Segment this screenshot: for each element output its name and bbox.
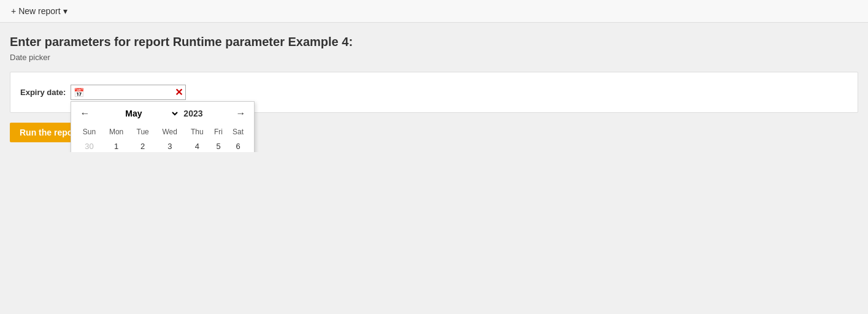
calendar-day[interactable]: 2 bbox=[131, 139, 155, 152]
form-card: Expiry date: 📅 ✕ ← JanuaryFebruaryMarchA… bbox=[10, 72, 858, 113]
new-report-label: New report bbox=[18, 6, 60, 16]
calendar-day[interactable]: 3 bbox=[155, 139, 185, 152]
date-input[interactable] bbox=[86, 88, 172, 97]
calendar-icon[interactable]: 📅 bbox=[74, 88, 84, 98]
section-label: Date picker bbox=[10, 53, 858, 62]
next-month-button[interactable]: → bbox=[232, 107, 249, 120]
calendar-day[interactable]: 1 bbox=[102, 139, 131, 152]
plus-icon: + bbox=[11, 6, 16, 16]
top-bar: + New report ▾ bbox=[0, 0, 868, 23]
clear-icon[interactable]: ✕ bbox=[175, 86, 183, 98]
date-input-container[interactable]: 📅 ✕ bbox=[71, 85, 186, 100]
calendar-weekdays: SunMonTueWedThuFriSat bbox=[76, 125, 249, 139]
calendar-week-row: 30123456 bbox=[76, 139, 249, 152]
calendar-header: ← JanuaryFebruaryMarchAprilMayJuneJulyAu… bbox=[76, 107, 249, 120]
calendar-body: 3012345678910111213141516171819202122232… bbox=[76, 139, 249, 152]
calendar-grid: SunMonTueWedThuFriSat 301234567891011121… bbox=[76, 125, 249, 152]
date-picker-wrapper: 📅 ✕ ← JanuaryFebruaryMarchAprilMayJuneJu… bbox=[71, 85, 186, 100]
calendar-day[interactable]: 4 bbox=[185, 139, 210, 152]
expiry-row: Expiry date: 📅 ✕ ← JanuaryFebruaryMarchA… bbox=[20, 85, 848, 100]
calendar-day[interactable]: 6 bbox=[227, 139, 249, 152]
month-select[interactable]: JanuaryFebruaryMarchAprilMayJuneJulyAugu… bbox=[123, 108, 180, 119]
dropdown-icon: ▾ bbox=[63, 6, 67, 16]
main-content: Enter parameters for report Runtime para… bbox=[0, 23, 868, 152]
expiry-label: Expiry date: bbox=[20, 88, 66, 97]
calendar-day[interactable]: 5 bbox=[210, 139, 228, 152]
weekday-header: Wed bbox=[155, 125, 185, 139]
weekday-header: Mon bbox=[102, 125, 131, 139]
weekday-header: Thu bbox=[185, 125, 210, 139]
weekday-header: Fri bbox=[210, 125, 228, 139]
calendar-dropdown: ← JanuaryFebruaryMarchAprilMayJuneJulyAu… bbox=[71, 101, 255, 152]
prev-month-button[interactable]: ← bbox=[76, 107, 93, 120]
weekday-header: Tue bbox=[131, 125, 155, 139]
new-report-button[interactable]: + New report ▾ bbox=[7, 4, 71, 18]
weekday-header: Sun bbox=[76, 125, 102, 139]
page-title: Enter parameters for report Runtime para… bbox=[10, 35, 858, 49]
weekday-header: Sat bbox=[227, 125, 249, 139]
year-display: 2023 bbox=[183, 109, 202, 118]
calendar-day: 30 bbox=[76, 139, 102, 152]
